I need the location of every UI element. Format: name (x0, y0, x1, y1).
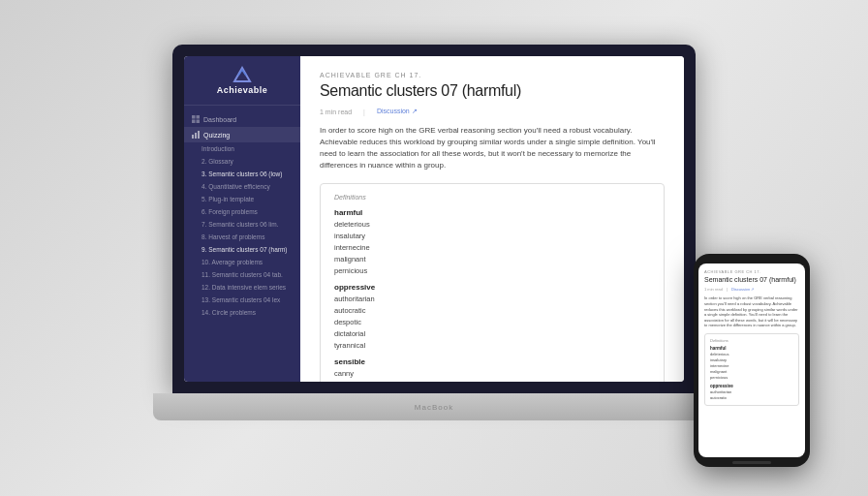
phone-discussion-link[interactable]: Discussion ↗ (731, 287, 754, 292)
sidebar-item-semantic-07[interactable]: 9. Semantic clusters 07 (harm) (184, 243, 300, 256)
sidebar-item-semantic-06-lim[interactable]: 7. Semantic clusters 06 lim. (184, 218, 300, 231)
chapter-tag: ACHIEVABLE GRE CH 17. (320, 72, 665, 78)
meta-row: 1 min read | Discussion ↗ (320, 108, 665, 115)
definitions-box: Definitions harmful deleterious insaluta… (320, 183, 665, 382)
achievable-logo-icon (231, 66, 254, 83)
category-harmful: harmful (334, 208, 650, 217)
category-oppressive: oppressive (334, 283, 650, 292)
sidebar-item-intro[interactable]: Introduction (184, 142, 300, 155)
word-insalutary: insalutary (334, 231, 650, 242)
sidebar-item-semantic-06[interactable]: 3. Semantic clusters 06 (low) (184, 168, 300, 180)
phone-read-time: 1 min read (704, 287, 723, 292)
phone-home-bar (732, 461, 771, 464)
word-canny: canny (334, 368, 650, 380)
svg-rect-2 (192, 120, 196, 124)
phone: ACHIEVABLE GRE CH 17. Semantic clusters … (694, 254, 810, 467)
svg-rect-1 (197, 115, 201, 119)
word-despotic: despotic (334, 317, 650, 328)
phone-word-autocratic: autocratic (710, 395, 793, 401)
word-tyrannical: tyrannical (334, 340, 650, 352)
phone-cat-harmful: harmful (710, 346, 793, 351)
separator: | (363, 108, 365, 115)
sidebar-logo-area: Achievable (184, 56, 300, 106)
word-internecine: internecine (334, 242, 650, 254)
read-time: 1 min read (320, 108, 352, 115)
phone-screen: ACHIEVABLE GRE CH 17. Semantic clusters … (698, 264, 805, 457)
sidebar-item-semantic-04-lex[interactable]: 13. Semantic clusters 04 lex (184, 294, 300, 306)
word-dictatorial: dictatorial (334, 328, 650, 340)
scene: Achievable Dashboard Quizzing Introducti… (0, 0, 868, 496)
laptop-bezel: Achievable Dashboard Quizzing Introducti… (172, 45, 696, 393)
word-pernicious: pernicious (334, 265, 650, 277)
brand-label: Achievable (217, 85, 268, 95)
sidebar-item-data-intensive[interactable]: 12. Data intensive elem series (184, 281, 300, 294)
phone-title: Semantic clusters 07 (harmful) (704, 276, 799, 284)
phone-defs-label: Definitions (710, 338, 793, 343)
sidebar-item-semantic-04-tab[interactable]: 11. Semantic clusters 04 tab. (184, 268, 300, 281)
definitions-label: Definitions (334, 194, 650, 201)
phone-bezel: ACHIEVABLE GRE CH 17. Semantic clusters … (694, 254, 810, 467)
page-title: Semantic clusters 07 (harmful) (320, 82, 665, 100)
sidebar-item-quant-eff[interactable]: 4. Quantitative efficiency (184, 180, 300, 193)
svg-rect-0 (192, 115, 196, 119)
phone-meta: 1 min read | Discussion ↗ (704, 287, 799, 292)
svg-rect-5 (195, 133, 197, 139)
word-autocratic: autocratic (334, 305, 650, 317)
sidebar-item-glossary[interactable]: 2. Glossary (184, 155, 300, 168)
description: In order to score high on the GRE verbal… (320, 125, 665, 171)
word-authoritarian: authoritarian (334, 294, 650, 305)
discussion-link[interactable]: Discussion ↗ (377, 108, 418, 115)
sidebar-item-average[interactable]: 10. Average problems (184, 256, 300, 268)
grid-icon (192, 115, 200, 123)
svg-rect-3 (197, 120, 201, 124)
sidebar-item-circle[interactable]: 14. Circle problems (184, 306, 300, 319)
word-circumspect: circumspect (334, 380, 650, 382)
sidebar: Achievable Dashboard Quizzing Introducti… (184, 56, 300, 382)
sidebar-nav: Dashboard Quizzing Introduction 2. Gloss… (184, 106, 300, 382)
phone-word-pernicious: pernicious (710, 375, 793, 381)
sidebar-item-foreign[interactable]: 6. Foreign problems (184, 205, 300, 218)
phone-chapter-tag: ACHIEVABLE GRE CH 17. (704, 269, 799, 274)
sidebar-item-dashboard[interactable]: Dashboard (184, 111, 300, 127)
bar-icon (192, 131, 200, 139)
laptop-base (153, 393, 715, 420)
category-sensible: sensible (334, 357, 650, 366)
sidebar-item-quizzing[interactable]: Quizzing (184, 127, 300, 142)
phone-cat-oppressive: oppressive (710, 384, 793, 388)
phone-description: In order to score high on the GRE verbal… (704, 295, 799, 328)
svg-rect-6 (198, 131, 200, 139)
phone-definitions-box: Definitions harmful deleterious insaluta… (704, 333, 799, 406)
sidebar-item-harvest[interactable]: 8. Harvest of problems (184, 231, 300, 243)
laptop-screen: Achievable Dashboard Quizzing Introducti… (184, 56, 684, 382)
svg-rect-4 (192, 135, 194, 139)
word-deleterious: deleterious (334, 219, 650, 231)
sidebar-item-plugin[interactable]: 5. Plug-in template (184, 193, 300, 205)
word-malignant: malignant (334, 254, 650, 265)
main-content: ACHIEVABLE GRE CH 17. Semantic clusters … (300, 56, 684, 382)
laptop: Achievable Dashboard Quizzing Introducti… (153, 45, 715, 451)
